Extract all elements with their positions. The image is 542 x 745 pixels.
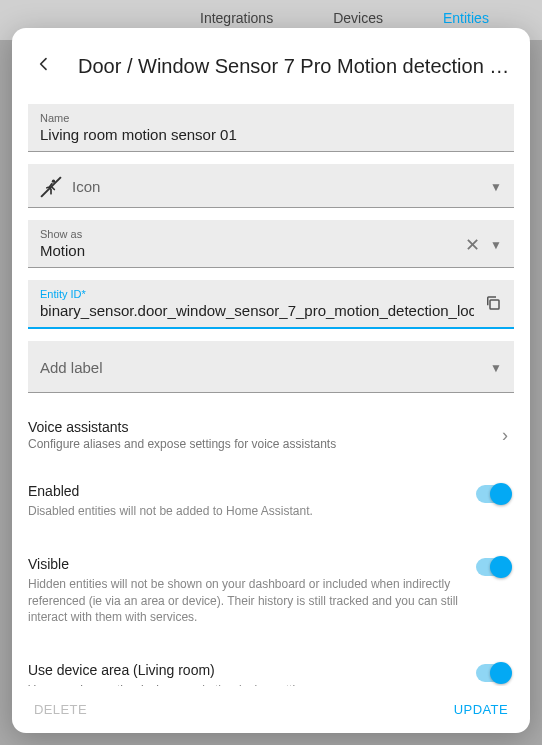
voice-title: Voice assistants: [28, 419, 502, 435]
clear-showas-button[interactable]: ✕: [465, 234, 480, 256]
showas-input[interactable]: [40, 240, 455, 261]
svg-rect-1: [490, 300, 499, 309]
copy-button[interactable]: [484, 294, 502, 316]
name-input[interactable]: [40, 124, 502, 145]
entityid-field[interactable]: Entity ID*: [28, 280, 514, 329]
showas-field[interactable]: Show as ✕ ▼: [28, 220, 514, 268]
icon-placeholder: Icon: [72, 172, 480, 201]
tab-integrations[interactable]: Integrations: [200, 10, 273, 26]
chevron-down-icon[interactable]: ▼: [490, 361, 502, 375]
chevron-left-icon: [36, 56, 52, 72]
motion-off-icon: [40, 176, 62, 198]
svg-point-0: [52, 179, 55, 182]
use-area-title: Use device area (Living room): [28, 662, 464, 678]
delete-button[interactable]: DELETE: [34, 702, 87, 717]
icon-field[interactable]: Icon ▼: [28, 164, 514, 208]
dialog-header: Door / Window Sensor 7 Pro Motion detect…: [12, 28, 530, 104]
dialog-title: Door / Window Sensor 7 Pro Motion detect…: [78, 55, 510, 78]
visible-row: Visible Hidden entities will not be show…: [28, 538, 514, 644]
use-area-row: Use device area (Living room) You can ch…: [28, 644, 514, 686]
chevron-down-icon[interactable]: ▼: [490, 238, 502, 252]
enabled-toggle[interactable]: [476, 485, 510, 503]
entityid-input[interactable]: [40, 300, 474, 321]
copy-icon: [484, 294, 502, 312]
visible-desc: Hidden entities will not be shown on you…: [28, 576, 464, 626]
name-field[interactable]: Name: [28, 104, 514, 152]
enabled-desc: Disabled entities will not be added to H…: [28, 503, 464, 520]
use-area-toggle[interactable]: [476, 664, 510, 682]
update-button[interactable]: UPDATE: [454, 702, 508, 717]
voice-assistants-row[interactable]: Voice assistants Configure aliases and e…: [28, 405, 514, 465]
entityid-label: Entity ID*: [40, 288, 474, 300]
tab-entities[interactable]: Entities: [443, 10, 489, 26]
entity-settings-dialog: Door / Window Sensor 7 Pro Motion detect…: [12, 28, 530, 733]
chevron-down-icon[interactable]: ▼: [490, 180, 502, 194]
name-label: Name: [40, 112, 502, 124]
label-field[interactable]: Add label ▼: [28, 341, 514, 393]
chevron-right-icon: ›: [502, 425, 508, 446]
visible-title: Visible: [28, 556, 464, 572]
dialog-body: Name Icon ▼ Show as ✕ ▼: [12, 104, 530, 686]
enabled-row: Enabled Disabled entities will not be ad…: [28, 465, 514, 538]
voice-desc: Configure aliases and expose settings fo…: [28, 437, 502, 451]
back-button[interactable]: [24, 46, 64, 86]
enabled-title: Enabled: [28, 483, 464, 499]
visible-toggle[interactable]: [476, 558, 510, 576]
dialog-footer: DELETE UPDATE: [12, 686, 530, 733]
label-placeholder: Add label: [40, 349, 480, 386]
showas-label: Show as: [40, 228, 455, 240]
tab-devices[interactable]: Devices: [333, 10, 383, 26]
